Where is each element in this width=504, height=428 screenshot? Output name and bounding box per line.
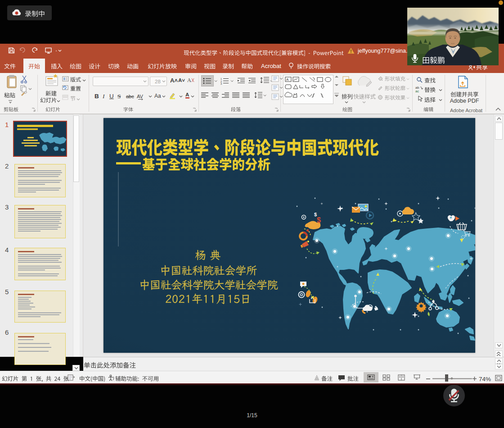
svg-text:ac: ac [415, 89, 419, 93]
svg-text:AV: AV [137, 94, 144, 99]
svg-text:3: 3 [220, 82, 222, 85]
svg-text:A: A [185, 92, 189, 97]
svg-text:A: A [286, 77, 289, 82]
svg-text:$: $ [317, 216, 321, 224]
svg-text:A: A [187, 77, 191, 83]
